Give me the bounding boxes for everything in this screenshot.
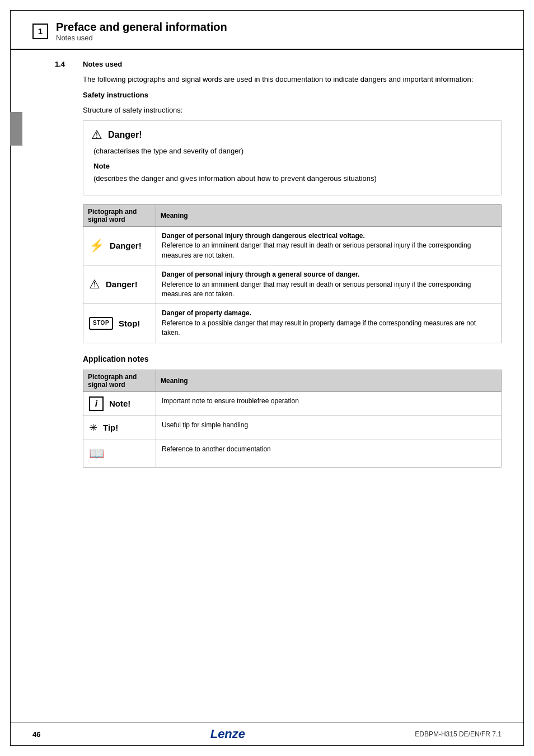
app-row2-icon-cell: ✳ Tip! [83, 416, 156, 440]
page-footer: 46 Lenze EDBPM-H315 DE/EN/FR 7.1 [10, 722, 524, 746]
app-row2-word: Tip! [103, 422, 118, 434]
chapter-number: 1 [38, 26, 43, 36]
reference-icon: 📖 [89, 445, 104, 463]
icon-label-group: 📖 [89, 445, 150, 463]
safety-row3-rest: Reference to a possible danger that may … [162, 319, 476, 337]
page-number: 46 [32, 730, 40, 739]
safety-row3-meaning: Danger of property damage. Reference to … [156, 304, 502, 343]
danger-note-label: Note [93, 161, 493, 172]
table-row: 📖 Reference to another documentation [83, 440, 502, 467]
danger-header: ⚠ Danger! [91, 128, 493, 142]
app-col2-header: Meaning [156, 370, 502, 391]
safety-col1-header: Pictograph and signal word [83, 205, 156, 227]
table-row: i Note! Important note to ensure trouble… [83, 391, 502, 416]
danger-note-desc: (describes the danger and gives informat… [93, 173, 493, 184]
section-heading: 1.4 Notes used [55, 60, 502, 68]
safety-row3-bold: Danger of property damage. [162, 309, 251, 317]
safety-row1-word: Danger! [110, 240, 142, 252]
app-row3-icon-cell: 📖 [83, 440, 156, 467]
tip-icon: ✳ [89, 421, 97, 435]
safety-row1-bold: Danger of personal injury through danger… [162, 232, 365, 240]
section-intro: The following pictographs and signal wor… [83, 74, 502, 85]
danger-characterises: (characterises the type and severity of … [93, 146, 493, 157]
header-title: Preface and general information [56, 20, 227, 34]
icon-label-group: STOP Stop! [89, 317, 150, 330]
sidebar-chapter-tab [10, 112, 22, 146]
chapter-number-box: 1 [32, 24, 48, 39]
header-subtitle: Notes used [56, 34, 227, 42]
safety-row2-bold: Danger of personal injury through a gene… [162, 270, 359, 278]
table-row: ✳ Tip! Useful tip for simple handling [83, 416, 502, 440]
table-row: ⚠ Danger! Danger of personal injury thro… [83, 265, 502, 304]
app-notes-table: Pictograph and signal word Meaning i Not… [83, 370, 502, 468]
app-row1-word: Note! [109, 398, 130, 410]
app-row1-meaning: Important note to ensure troublefree ope… [156, 391, 502, 416]
danger-triangle-icon: ⚠ [91, 128, 102, 142]
structure-label: Structure of safety instructions: [83, 105, 502, 116]
icon-label-group: ⚡ Danger! [89, 240, 150, 252]
safety-instructions-heading: Safety instructions [83, 90, 502, 101]
app-row3-meaning: Reference to another documentation [156, 440, 502, 467]
safety-col2-header: Meaning [156, 205, 502, 227]
safety-row2-rest: Reference to an imminent danger that may… [162, 281, 471, 298]
safety-row1-icon-cell: ⚡ Danger! [83, 227, 156, 265]
app-col1-header: Pictograph and signal word [83, 370, 156, 391]
safety-row2-word: Danger! [106, 278, 138, 291]
table-row: ⚡ Danger! Danger of personal injury thro… [83, 227, 502, 265]
page-header: 1 Preface and general information Notes … [10, 10, 524, 50]
lightning-triangle-icon: ⚡ [89, 240, 104, 252]
stop-icon: STOP [89, 317, 113, 330]
general-triangle-icon: ⚠ [89, 278, 100, 291]
section-body: The following pictographs and signal wor… [83, 74, 502, 468]
section-title: Notes used [83, 60, 122, 68]
app-row2-meaning: Useful tip for simple handling [156, 416, 502, 440]
app-row1-text: Important note to ensure troublefree ope… [162, 397, 299, 405]
danger-body: (characterises the type and severity of … [93, 146, 493, 184]
app-row3-text: Reference to another documentation [162, 445, 271, 453]
safety-row3-icon-cell: STOP Stop! [83, 304, 156, 343]
brand-name: Lenze [210, 727, 245, 741]
table-row: STOP Stop! Danger of property damage. Re… [83, 304, 502, 343]
safety-row1-rest: Reference to an imminent danger that may… [162, 241, 471, 259]
app-notes-heading: Application notes [83, 353, 502, 365]
doc-reference: EDBPM-H315 DE/EN/FR 7.1 [415, 730, 502, 738]
note-icon: i [89, 396, 104, 411]
header-text-block: Preface and general information Notes us… [56, 20, 227, 42]
danger-label: Danger! [108, 130, 142, 140]
danger-box: ⚠ Danger! (characterises the type and se… [83, 120, 502, 196]
safety-row2-icon-cell: ⚠ Danger! [83, 265, 156, 304]
icon-label-group: ⚠ Danger! [89, 278, 150, 291]
safety-row3-word: Stop! [119, 318, 140, 330]
icon-label-group: i Note! [89, 396, 150, 411]
safety-row2-meaning: Danger of personal injury through a gene… [156, 265, 502, 304]
app-row2-text: Useful tip for simple handling [162, 421, 248, 429]
icon-label-group: ✳ Tip! [89, 421, 150, 435]
safety-table: Pictograph and signal word Meaning ⚡ Dan… [83, 204, 502, 343]
safety-row1-meaning: Danger of personal injury through danger… [156, 227, 502, 265]
section-number: 1.4 [55, 60, 83, 68]
app-row1-icon-cell: i Note! [83, 391, 156, 416]
main-content: 1.4 Notes used The following pictographs… [10, 50, 524, 489]
